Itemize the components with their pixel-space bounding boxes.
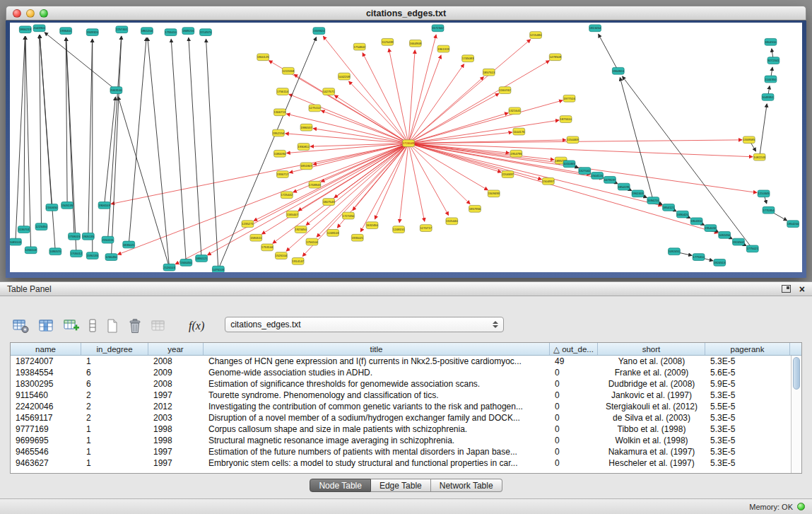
network-node[interactable]: 1756114 (276, 88, 288, 95)
column-header-year[interactable]: year (148, 343, 204, 355)
cell-title[interactable]: Tourette syndrome. Phenomenology and cla… (204, 390, 550, 400)
tab-node-table[interactable]: Node Table (310, 479, 371, 492)
cell-name[interactable]: 9699695 (11, 436, 81, 445)
cell-out_degree[interactable]: 0 (550, 436, 598, 445)
cell-out_degree[interactable]: 0 (550, 458, 598, 468)
cell-year[interactable]: 1998 (148, 424, 204, 434)
network-node[interactable]: 1321641 (509, 107, 521, 115)
network-node[interactable]: 1857513 (483, 69, 495, 76)
cell-name[interactable]: 9465546 (11, 447, 81, 457)
column-header-title[interactable]: title (204, 343, 550, 355)
cell-in_degree[interactable]: 1 (81, 424, 148, 434)
table-row[interactable]: 946362711997Embryonic stem cells: a mode… (11, 457, 801, 469)
cell-pagerank[interactable]: 5.3E-5 (705, 424, 790, 434)
network-node[interactable]: 1961319 (437, 45, 449, 52)
cell-short[interactable]: Stergiakouli et al. (2012) (598, 402, 705, 411)
network-node[interactable]: 1504120 (592, 173, 604, 180)
network-node[interactable]: 1949320 (86, 29, 98, 36)
network-node[interactable]: 1248151 (393, 226, 405, 233)
delete-icon[interactable] (128, 315, 142, 334)
network-node[interactable]: 1756104 (306, 238, 318, 245)
cell-title[interactable]: Genome-wide association studies in ADHD. (204, 368, 550, 378)
network-node[interactable]: 1505135 (61, 202, 73, 209)
cell-pagerank[interactable]: 5.3E-5 (705, 458, 790, 468)
cell-in_degree[interactable]: 1 (81, 458, 148, 468)
network-canvas[interactable]: 1724049175484211254391664909196131917450… (10, 23, 802, 272)
cell-name[interactable]: 14569117 (11, 413, 81, 423)
network-node[interactable]: 1935021 (351, 234, 363, 241)
float-panel-icon[interactable] (782, 285, 791, 293)
cell-pagerank[interactable]: 5.3E-5 (705, 447, 790, 457)
network-node[interactable]: 1724049 (403, 140, 415, 147)
network-node[interactable]: 2126103 (163, 264, 175, 271)
cell-out_degree[interactable]: 0 (550, 402, 598, 411)
network-node[interactable]: 1080094 (274, 150, 286, 157)
table-row[interactable]: 969969511998Structural magnetic resonanc… (11, 435, 801, 446)
network-node[interactable]: 1275112 (309, 105, 321, 112)
network-node[interactable]: 1690420 (676, 211, 688, 218)
network-node[interactable]: 1890121 (196, 255, 208, 262)
cell-short[interactable]: de Silva et al. (2003) (598, 413, 705, 423)
import-table-icon[interactable] (151, 315, 167, 334)
zoom-window-button[interactable] (40, 9, 48, 18)
network-node[interactable]: 1952154 (273, 129, 285, 136)
cell-name[interactable]: 19384554 (11, 368, 81, 378)
network-node[interactable]: 1306713 (274, 109, 286, 116)
close-window-button[interactable] (13, 9, 21, 18)
network-node[interactable]: 1125439 (382, 38, 394, 45)
network-node[interactable]: 1755010 (165, 29, 177, 36)
network-node[interactable]: 2043900 (33, 25, 45, 32)
cell-in_degree[interactable]: 2 (81, 413, 148, 423)
network-node[interactable]: 1906103 (98, 202, 110, 209)
cell-year[interactable]: 1997 (148, 458, 204, 468)
network-node[interactable]: 1632450 (366, 222, 378, 229)
network-node[interactable]: 1866219 (19, 26, 31, 33)
table-row[interactable]: 977716911998Corpus callosum shape and si… (11, 424, 801, 435)
cell-short[interactable]: Dudbridge et al. (2008) (598, 379, 705, 389)
cell-year[interactable]: 1997 (148, 447, 204, 457)
cell-in_degree[interactable]: 2 (81, 390, 148, 400)
cell-year[interactable]: 1997 (148, 390, 204, 400)
network-node[interactable]: 1092450 (719, 231, 731, 238)
network-node[interactable]: 1759015 (69, 233, 81, 240)
cell-pagerank[interactable]: 5.3E-5 (705, 390, 790, 400)
network-node[interactable]: 1094210 (647, 197, 659, 204)
network-node[interactable]: 1136701 (18, 226, 30, 233)
network-node[interactable]: 1857956 (469, 205, 481, 212)
network-node[interactable]: 1504937 (542, 177, 554, 185)
cell-short[interactable]: Tibbo et al. (1998) (598, 424, 705, 434)
network-node[interactable]: 1476103 (212, 266, 224, 272)
network-node[interactable]: 1851847 (300, 163, 312, 170)
network-node[interactable]: 1854195 (618, 183, 630, 190)
close-panel-icon[interactable]: × (799, 284, 805, 294)
cell-in_degree[interactable]: 6 (81, 379, 148, 389)
show-columns-icon[interactable] (39, 315, 54, 334)
cell-pagerank[interactable]: 5.3E-5 (705, 413, 790, 423)
network-node[interactable]: 1835021 (123, 241, 135, 248)
cell-short[interactable]: Wolkin et al. (1998) (598, 436, 705, 445)
network-node[interactable]: 1977516 (563, 95, 575, 102)
cell-year[interactable]: 2009 (148, 368, 204, 378)
network-node[interactable]: 1104176 (513, 128, 525, 135)
cell-year[interactable]: 2008 (148, 356, 204, 366)
column-header-out_degree[interactable]: △ out_de... (550, 343, 598, 355)
network-node[interactable]: 2204697 (502, 171, 514, 178)
network-node[interactable]: 1590135 (86, 252, 98, 259)
network-node[interactable]: 1854121 (663, 204, 675, 211)
table-source-dropdown[interactable]: citations_edges.txt (225, 317, 504, 332)
network-node[interactable]: 1924513 (714, 259, 726, 266)
network-node[interactable]: 1727450 (342, 212, 354, 219)
network-node[interactable]: 1210345 (758, 190, 770, 197)
network-node[interactable]: 1807543 (323, 199, 335, 206)
network-node[interactable]: 1936717 (276, 171, 288, 178)
network-node[interactable]: 1905135 (82, 233, 94, 240)
cell-title[interactable]: Embryonic stem cells: a model to study s… (204, 458, 550, 468)
network-node[interactable]: 1770354 (763, 206, 775, 214)
network-node[interactable]: 1914147 (292, 258, 304, 265)
cell-out_degree[interactable]: 0 (550, 413, 598, 423)
network-node[interactable]: 1754842 (353, 43, 365, 50)
network-node[interactable]: 1745083 (462, 55, 474, 62)
network-node[interactable]: 1708943 (309, 181, 321, 188)
network-node[interactable]: 1223450 (35, 223, 47, 230)
network-node[interactable]: 1327042 (579, 168, 591, 175)
